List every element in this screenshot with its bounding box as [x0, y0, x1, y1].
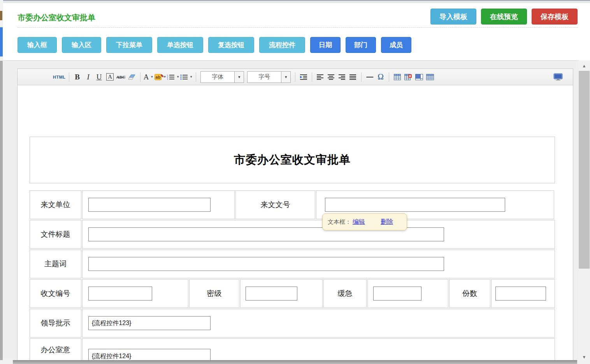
toolbar-separator	[389, 72, 389, 82]
eraser-icon	[128, 74, 136, 80]
chevron-down-icon: ▼	[281, 72, 290, 83]
urgency-cell	[367, 279, 448, 308]
receipt-number-input[interactable]	[88, 287, 152, 301]
italic-button[interactable]: I	[83, 71, 93, 83]
incoming-unit-input[interactable]	[88, 198, 211, 212]
align-justify-button[interactable]	[348, 71, 358, 83]
vertical-scrollbar[interactable]: ▲ ▼	[578, 60, 590, 364]
palette-member-button[interactable]: 成员	[381, 37, 411, 53]
leader-note-flow-control[interactable]: {流程控件123}	[88, 316, 211, 330]
palette-flow-control-button[interactable]: 流程控件	[259, 37, 305, 53]
document-title-label: 文件标题	[30, 220, 81, 249]
indent-icon	[300, 74, 307, 80]
toolbar-separator	[312, 72, 312, 82]
horizontal-rule-button[interactable]: —	[365, 71, 375, 83]
format-a-button[interactable]: A	[105, 71, 115, 83]
strikethrough-button[interactable]: ABC	[116, 71, 126, 83]
palette-department-button[interactable]: 部门	[346, 37, 376, 53]
cut-off-fragment	[0, 11, 2, 20]
scroll-up-arrow-icon[interactable]: ▲	[578, 63, 590, 68]
receipt-number-cell	[82, 279, 188, 308]
highlight-color-button[interactable]: ab ▼	[155, 71, 167, 83]
font-family-value: 字体	[201, 73, 234, 81]
toolbar-separator	[69, 72, 69, 82]
table-grid-icon	[426, 74, 434, 80]
palette-textarea-button[interactable]: 输入区	[62, 37, 101, 53]
palette-checkbox-button[interactable]: 复选按钮	[208, 37, 254, 53]
font-family-select[interactable]: 字体 ▼	[200, 71, 244, 83]
horizontal-scrollbar[interactable]	[0, 360, 577, 364]
online-preview-button[interactable]: 在线预览	[481, 9, 527, 25]
window-top-edge	[0, 0, 590, 3]
palette-radio-button[interactable]: 单选按钮	[157, 37, 203, 53]
form-title-cell: 市委办公室收文审批单	[30, 137, 555, 183]
align-center-icon	[328, 74, 335, 80]
secrecy-label: 密级	[189, 279, 239, 308]
table-icon	[394, 74, 401, 80]
align-right-button[interactable]	[337, 71, 347, 83]
bold-button[interactable]: B	[72, 71, 83, 83]
align-left-button[interactable]	[315, 71, 325, 83]
import-template-button[interactable]: 导入模板	[430, 9, 476, 25]
incoming-unit-label: 来文单位	[30, 190, 81, 219]
save-template-button[interactable]: 保存模板	[532, 9, 578, 25]
subject-input[interactable]	[88, 257, 444, 271]
align-right-icon	[339, 74, 346, 80]
font-color-button[interactable]: A ▼	[144, 71, 154, 83]
dashed-divider	[18, 27, 578, 28]
table-grid-button[interactable]	[425, 71, 435, 83]
window-left-edge	[0, 61, 3, 364]
table-row: 领导批示 {流程控件123}	[30, 309, 555, 338]
table-row: 收文编号 密级 缓急 份数	[30, 279, 555, 308]
form-title: 市委办公室收文审批单	[234, 152, 351, 168]
table-cell-icon	[415, 74, 423, 80]
vertical-scrollbar-thumb[interactable]	[579, 71, 590, 269]
rich-text-editor: HTML B I U A ABC A ▼ ab ▼ 1 2 3	[17, 69, 573, 364]
underline-button[interactable]: U	[94, 71, 104, 83]
monitor-icon	[553, 73, 563, 81]
special-character-button[interactable]: Ω	[376, 71, 386, 83]
html-source-button[interactable]: HTML	[53, 71, 66, 83]
subject-cell	[82, 250, 555, 278]
leader-note-cell: {流程控件123}	[82, 309, 555, 338]
svg-text:3: 3	[167, 78, 168, 80]
editor-document[interactable]: 市委办公室收文审批单 来文单位 来文文号 文件标题	[18, 85, 573, 364]
secrecy-input[interactable]	[246, 287, 297, 301]
edit-link[interactable]: 编辑	[353, 218, 365, 226]
font-size-select[interactable]: 字号 ▼	[247, 71, 291, 83]
copies-input[interactable]	[495, 287, 546, 301]
component-palette: 输入框 输入区 下拉菜单 单选按钮 复选按钮 流程控件 日期 部门 成员	[18, 37, 411, 53]
boxed-a-icon: A	[106, 73, 114, 81]
toolbar-separator	[295, 72, 295, 82]
delete-link[interactable]: 删除	[381, 218, 393, 226]
cell-properties-button[interactable]	[414, 71, 424, 83]
fullscreen-button[interactable]	[553, 71, 563, 83]
scroll-down-arrow-icon[interactable]: ▼	[578, 355, 590, 359]
ordered-list-button[interactable]: 1 2 3 ▼	[167, 71, 179, 83]
scrollbar-corner	[577, 360, 590, 364]
unordered-list-button[interactable]: ▼	[180, 71, 193, 83]
table-row: 文件标题	[30, 220, 555, 249]
align-justify-icon	[349, 74, 356, 80]
insert-table-button[interactable]	[392, 71, 402, 83]
font-size-value: 字号	[248, 73, 281, 81]
urgency-input[interactable]	[373, 287, 421, 301]
unordered-list-icon	[180, 74, 188, 80]
font-color-a-icon: A	[144, 73, 149, 81]
palette-input-box-button[interactable]: 输入框	[18, 37, 57, 53]
incoming-number-label: 来文文号	[235, 190, 315, 219]
popup-label: 文本框：	[328, 218, 351, 226]
align-center-button[interactable]	[326, 71, 336, 83]
delete-table-button[interactable]	[403, 71, 413, 83]
palette-dropdown-button[interactable]: 下拉菜单	[106, 37, 152, 53]
remove-format-button[interactable]	[127, 71, 137, 83]
cut-off-blue-button-fragment	[0, 27, 3, 56]
template-actions: 导入模板 在线预览 保存模板	[430, 9, 578, 25]
indent-button[interactable]	[299, 71, 309, 83]
textbox-edit-popup: 文本框： 编辑 删除	[322, 213, 407, 230]
horizontal-scrollbar-thumb[interactable]	[13, 360, 577, 364]
copies-cell	[491, 279, 555, 308]
palette-date-button[interactable]: 日期	[310, 37, 341, 53]
incoming-number-input[interactable]	[325, 198, 505, 212]
table-row: 来文单位 来文文号	[30, 190, 555, 219]
